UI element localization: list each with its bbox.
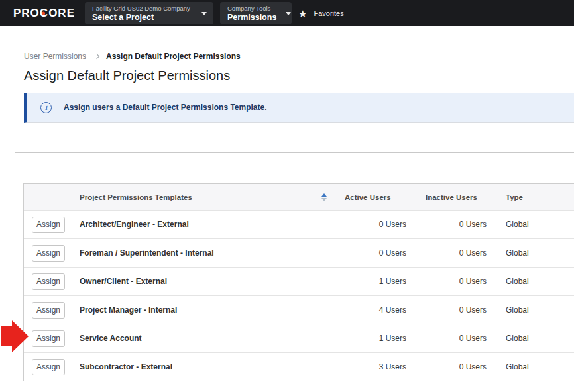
type-value: Global <box>506 220 529 229</box>
inactive-users-cell: 0 Users <box>416 324 496 352</box>
banner-message: Assign users a Default Project Permissio… <box>64 103 267 112</box>
template-name-cell: Subcontractor - External <box>70 353 335 381</box>
assign-cell: Assign <box>24 353 70 381</box>
template-name: Foreman / Superintendent - Internal <box>80 248 214 258</box>
sort-ascending-icon <box>321 193 327 197</box>
assign-button[interactable]: Assign <box>32 245 65 262</box>
active-users-cell: 3 Users <box>335 353 416 381</box>
table-row: Assign Project Manager - Internal 4 User… <box>24 295 574 324</box>
assign-cell: Assign <box>24 211 70 238</box>
active-users-cell: 1 Users <box>335 324 416 352</box>
template-name: Subcontractor - External <box>80 362 172 371</box>
table-row: Assign Service Account 1 Users 0 Users G… <box>24 324 574 352</box>
active-users-cell: 1 Users <box>335 268 416 295</box>
table-row: Assign Foreman / Superintendent - Intern… <box>24 238 574 267</box>
logo-letter-c: C <box>40 7 48 20</box>
favorites-label: Favorites <box>314 9 343 17</box>
template-name: Architect/Engineer - External <box>80 220 189 229</box>
top-navbar: PROCORE Facility Grid US02 Demo Company … <box>0 0 574 26</box>
active-users-cell: 0 Users <box>335 239 416 267</box>
page-title: Assign Default Project Permissions <box>24 68 230 83</box>
assign-button[interactable]: Assign <box>32 302 65 318</box>
project-picker-value: Select a Project <box>92 13 192 23</box>
inactive-users-cell: 0 Users <box>416 211 496 238</box>
assign-button[interactable]: Assign <box>32 273 65 290</box>
chevron-down-icon <box>201 12 207 15</box>
template-name-cell: Foreman / Superintendent - Internal <box>70 239 335 267</box>
permissions-table: Project Permissions Templates Active Use… <box>23 183 574 381</box>
table-row: Assign Subcontractor - External 3 Users … <box>24 352 574 381</box>
header-templates-column[interactable]: Project Permissions Templates <box>70 184 335 210</box>
breadcrumb: User Permissions Assign Default Project … <box>24 52 241 61</box>
chevron-right-icon <box>94 54 99 59</box>
logo-text-pre: PRO <box>13 7 40 20</box>
template-name-cell: Architect/Engineer - External <box>70 211 335 238</box>
active-users-cell: 4 Users <box>335 296 416 324</box>
type-cell: Global <box>496 239 574 267</box>
assign-button[interactable]: Assign <box>32 330 65 347</box>
template-name: Owner/Client - External <box>80 277 167 286</box>
info-banner: i Assign users a Default Project Permiss… <box>24 93 574 122</box>
procore-logo[interactable]: PROCORE <box>13 7 75 20</box>
table-header-row: Project Permissions Templates Active Use… <box>24 184 574 210</box>
sort-descending-icon <box>321 198 327 201</box>
header-assign-column <box>24 184 70 210</box>
section-divider <box>15 152 574 153</box>
type-value: Global <box>506 305 529 315</box>
logo-text-post: ORE <box>48 7 75 20</box>
header-inactive-users-column: Inactive Users <box>416 184 496 210</box>
company-name-label: Facility Grid US02 Demo Company <box>92 5 192 13</box>
breadcrumb-user-permissions-link[interactable]: User Permissions <box>24 52 86 61</box>
table-body: Assign Architect/Engineer - External 0 U… <box>24 210 574 381</box>
logo-orange-dot-icon <box>42 12 46 15</box>
inactive-users-cell: 0 Users <box>416 268 496 295</box>
type-value: Global <box>506 277 529 286</box>
header-active-users-column: Active Users <box>335 184 416 210</box>
header-templates-label: Project Permissions Templates <box>80 193 192 201</box>
template-name-cell: Service Account <box>70 324 335 352</box>
assign-cell: Assign <box>24 324 70 352</box>
sort-icon[interactable] <box>321 193 327 201</box>
table-row: Assign Architect/Engineer - External 0 U… <box>24 210 574 238</box>
assign-cell: Assign <box>24 268 70 295</box>
table-row: Assign Owner/Client - External 1 Users 0… <box>24 267 574 295</box>
assign-button[interactable]: Assign <box>32 217 65 233</box>
star-icon: ★ <box>298 9 307 19</box>
company-tools-dropdown[interactable]: Company Tools Permissions <box>220 2 292 24</box>
assign-cell: Assign <box>24 296 70 324</box>
template-name-cell: Project Manager - Internal <box>70 296 335 324</box>
template-name: Project Manager - Internal <box>80 305 177 315</box>
info-icon: i <box>40 102 52 113</box>
assign-cell: Assign <box>24 239 70 267</box>
tool-picker-value: Permissions <box>227 13 276 23</box>
type-value: Global <box>506 362 529 371</box>
type-value: Global <box>506 334 529 343</box>
template-name-cell: Owner/Client - External <box>70 268 335 295</box>
type-cell: Global <box>496 211 574 238</box>
inactive-users-cell: 0 Users <box>416 296 496 324</box>
chevron-down-icon <box>286 12 291 15</box>
type-cell: Global <box>496 296 574 324</box>
company-tools-label: Company Tools <box>227 5 276 13</box>
template-name: Service Account <box>80 334 142 343</box>
type-cell: Global <box>496 353 574 381</box>
project-picker-dropdown[interactable]: Facility Grid US02 Demo Company Select a… <box>85 2 213 24</box>
active-users-cell: 0 Users <box>335 211 416 238</box>
type-cell: Global <box>496 268 574 295</box>
inactive-users-cell: 0 Users <box>416 239 496 267</box>
type-cell: Global <box>496 324 574 352</box>
type-value: Global <box>506 248 529 258</box>
header-type-column: Type <box>496 184 574 210</box>
inactive-users-cell: 0 Users <box>416 353 496 381</box>
favorites-button[interactable]: ★ Favorites <box>298 0 344 26</box>
assign-button[interactable]: Assign <box>32 359 65 375</box>
breadcrumb-current-page: Assign Default Project Permissions <box>106 52 241 61</box>
